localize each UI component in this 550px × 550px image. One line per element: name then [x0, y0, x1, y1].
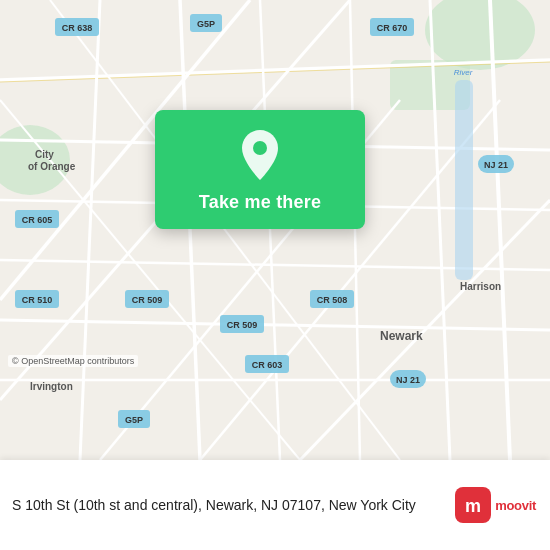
address-line: S 10th St (10th st and central), Newark,… [12, 495, 445, 516]
app-container: CR 638 G5P CR 670 NJ 21 CR 605 CR 510 CR… [0, 0, 550, 550]
svg-text:NJ 21: NJ 21 [484, 160, 508, 170]
svg-text:CR 510: CR 510 [22, 295, 53, 305]
map-svg: CR 638 G5P CR 670 NJ 21 CR 605 CR 510 CR… [0, 0, 550, 460]
take-me-there-button[interactable]: Take me there [199, 192, 321, 213]
address-info: S 10th St (10th st and central), Newark,… [12, 495, 445, 516]
svg-text:CR 509: CR 509 [227, 320, 258, 330]
svg-text:G5P: G5P [197, 19, 215, 29]
city-text: New York City [329, 497, 416, 513]
svg-text:River: River [454, 68, 473, 77]
svg-text:m: m [465, 496, 481, 516]
svg-text:CR 605: CR 605 [22, 215, 53, 225]
svg-text:CR 603: CR 603 [252, 360, 283, 370]
moovit-logo-icon: m [455, 487, 491, 523]
moovit-brand-text: moovit [495, 498, 536, 513]
svg-text:CR 509: CR 509 [132, 295, 163, 305]
cta-card: Take me there [155, 110, 365, 229]
location-pin-icon [237, 128, 283, 182]
svg-text:CR 638: CR 638 [62, 23, 93, 33]
svg-text:of Orange: of Orange [28, 161, 76, 172]
bottom-bar: S 10th St (10th st and central), Newark,… [0, 460, 550, 550]
svg-text:Newark: Newark [380, 329, 423, 343]
address-text: S 10th St (10th st and central), Newark,… [12, 497, 325, 513]
moovit-logo-container: m moovit [455, 487, 536, 523]
svg-text:City: City [35, 149, 54, 160]
svg-text:Irvington: Irvington [30, 381, 73, 392]
svg-text:G5P: G5P [125, 415, 143, 425]
svg-text:CR 670: CR 670 [377, 23, 408, 33]
svg-text:NJ 21: NJ 21 [396, 375, 420, 385]
map-container: CR 638 G5P CR 670 NJ 21 CR 605 CR 510 CR… [0, 0, 550, 460]
svg-text:CR 508: CR 508 [317, 295, 348, 305]
svg-point-55 [253, 141, 267, 155]
svg-text:Harrison: Harrison [460, 281, 501, 292]
svg-rect-53 [455, 80, 473, 280]
map-attribution: © OpenStreetMap contributors [8, 355, 138, 367]
